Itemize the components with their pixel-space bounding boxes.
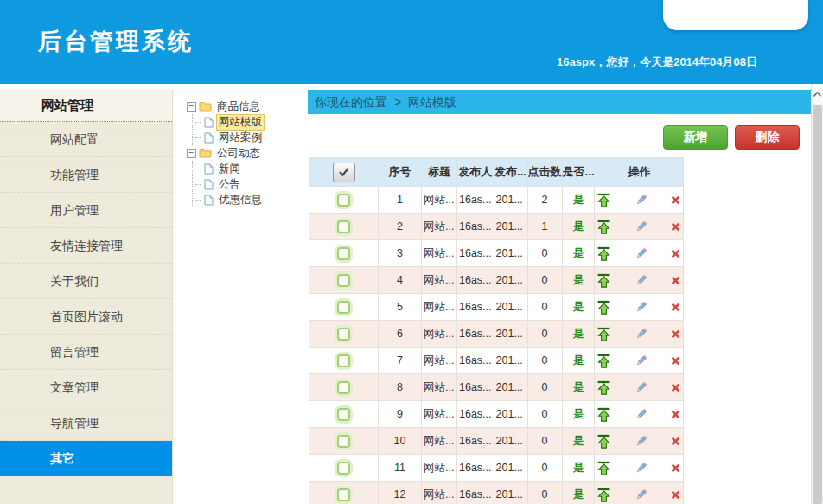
move-top-icon[interactable] — [597, 354, 611, 368]
edit-icon[interactable] — [635, 194, 648, 207]
tree-item[interactable]: 新闻 — [195, 161, 308, 176]
sidebar-item-关于我们[interactable]: 关于我们 — [0, 264, 172, 299]
delete-button[interactable]: 删除 — [735, 125, 800, 150]
scroll-up-button[interactable] — [812, 84, 823, 104]
delete-icon[interactable] — [670, 275, 681, 286]
tree-folder-row[interactable]: − 公司动态 — [187, 145, 308, 161]
tree-item[interactable]: 网站案例 — [195, 130, 308, 145]
row-checkbox[interactable] — [337, 408, 350, 421]
edit-icon[interactable] — [635, 274, 648, 287]
sidebar-item-文章管理[interactable]: 文章管理 — [0, 370, 172, 405]
edit-icon[interactable] — [635, 381, 648, 394]
row-checkbox[interactable] — [337, 328, 350, 341]
row-select-cell — [309, 321, 379, 348]
delete-icon[interactable] — [670, 195, 681, 206]
sidebar-item-其它[interactable]: 其它 — [0, 441, 172, 476]
move-top-icon[interactable] — [597, 193, 611, 207]
cell-seq: 2 — [379, 214, 422, 240]
cell-operations — [595, 187, 684, 214]
move-top-icon[interactable] — [597, 434, 611, 449]
edit-icon[interactable] — [635, 462, 648, 475]
row-checkbox[interactable] — [337, 194, 350, 207]
delete-icon[interactable] — [670, 409, 681, 420]
edit-icon[interactable] — [635, 301, 648, 314]
sidebar-item-网站配置[interactable]: 网站配置 — [0, 122, 172, 157]
sidebar-item-用户管理[interactable]: 用户管理 — [0, 193, 172, 228]
cell-publisher: 16as... — [457, 455, 494, 482]
select-all-checkbox[interactable] — [333, 163, 355, 182]
cell-operations — [595, 428, 684, 455]
row-checkbox[interactable] — [337, 274, 350, 287]
edit-icon[interactable] — [635, 435, 648, 448]
sidebar-item-label: 首页图片滚动 — [50, 309, 123, 323]
cell-operations — [595, 401, 684, 428]
cell-title: 网站... — [422, 294, 457, 321]
row-checkbox[interactable] — [337, 462, 350, 475]
row-checkbox[interactable] — [337, 301, 350, 314]
delete-icon[interactable] — [670, 463, 681, 474]
sidebar-item-友情连接管理[interactable]: 友情连接管理 — [0, 228, 172, 264]
delete-icon[interactable] — [670, 355, 681, 367]
delete-icon[interactable] — [670, 221, 681, 233]
delete-icon[interactable] — [670, 302, 681, 313]
cell-seq: 12 — [379, 482, 422, 504]
cell-seq: 11 — [379, 455, 422, 482]
cell-title: 网站... — [422, 187, 457, 214]
row-checkbox[interactable] — [337, 435, 350, 448]
move-top-icon[interactable] — [597, 273, 611, 288]
move-top-icon[interactable] — [597, 461, 611, 475]
cell-clicks: 0 — [527, 294, 562, 321]
edit-icon[interactable] — [635, 220, 648, 233]
scrollbar[interactable] — [811, 84, 823, 504]
move-top-icon[interactable] — [597, 488, 611, 502]
cell-enabled: 是 — [562, 187, 595, 214]
row-checkbox[interactable] — [337, 354, 350, 367]
tree-folder-row[interactable]: − 商品信息 — [187, 99, 308, 114]
table-row: 8 网站... 16as... 201... 0 是 — [309, 374, 684, 401]
cell-date: 201... — [494, 240, 527, 267]
sidebar-item-首页图片滚动[interactable]: 首页图片滚动 — [0, 299, 172, 335]
row-checkbox[interactable] — [337, 247, 350, 260]
row-checkbox[interactable] — [337, 488, 350, 501]
sidebar-item-导航管理[interactable]: 导航管理 — [0, 405, 172, 441]
move-top-icon[interactable] — [597, 220, 611, 234]
edit-icon[interactable] — [635, 488, 648, 501]
delete-icon[interactable] — [670, 489, 681, 501]
delete-icon[interactable] — [670, 248, 681, 259]
sidebar-item-功能管理[interactable]: 功能管理 — [0, 157, 172, 193]
collapse-icon[interactable]: − — [187, 149, 196, 158]
sidebar-item-留言管理[interactable]: 留言管理 — [0, 335, 172, 370]
cell-title: 网站... — [422, 401, 457, 428]
edit-icon[interactable] — [635, 247, 648, 260]
tree-item[interactable]: 优惠信息 — [195, 192, 308, 207]
cell-clicks: 2 — [527, 187, 562, 214]
scrollbar-thumb[interactable] — [813, 105, 822, 504]
delete-icon[interactable] — [670, 436, 681, 447]
breadcrumb-separator: > — [394, 95, 401, 109]
sidebar-section-header[interactable]: 网站管理 — [0, 90, 172, 122]
row-checkbox[interactable] — [337, 220, 350, 233]
move-top-icon[interactable] — [597, 407, 611, 422]
table-row: 11 网站... 16as... 201... 0 是 — [309, 455, 684, 482]
tree-item[interactable]: 网站模版 — [195, 114, 308, 130]
delete-icon[interactable] — [670, 329, 681, 340]
cell-clicks: 1 — [527, 214, 562, 240]
cell-operations — [595, 214, 684, 240]
row-select-cell — [309, 482, 379, 504]
edit-icon[interactable] — [635, 328, 648, 341]
delete-icon[interactable] — [670, 382, 681, 393]
add-button[interactable]: 新增 — [663, 125, 728, 150]
row-checkbox[interactable] — [337, 381, 350, 394]
collapse-icon[interactable]: − — [187, 102, 196, 112]
cell-date: 201... — [494, 214, 527, 240]
move-top-icon[interactable] — [597, 327, 611, 341]
move-top-icon[interactable] — [597, 380, 611, 395]
tree-item[interactable]: 公告 — [195, 176, 308, 192]
move-top-icon[interactable] — [597, 300, 611, 315]
edit-icon[interactable] — [635, 408, 648, 421]
table-row: 7 网站... 16as... 201... 0 是 — [309, 348, 684, 374]
cell-date: 201... — [494, 348, 527, 374]
edit-icon[interactable] — [635, 354, 648, 367]
row-select-cell — [309, 455, 379, 482]
move-top-icon[interactable] — [597, 246, 611, 261]
